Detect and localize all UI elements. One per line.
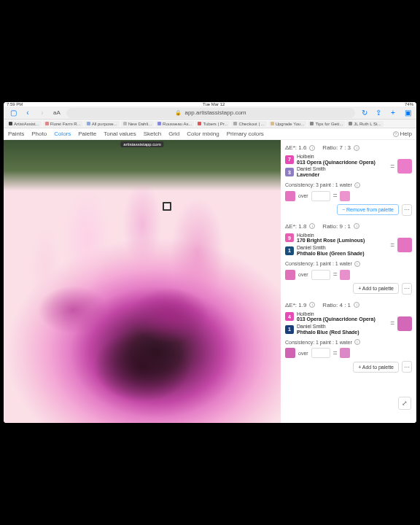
info-icon[interactable]: i — [309, 223, 315, 229]
paint-info: Daniel Smith Phthalo Blue (Green Shade) — [297, 245, 365, 256]
bookmark-label: Tips for Gett... — [315, 122, 343, 126]
layer-preview-row: over = — [285, 270, 412, 280]
equals-sign: = — [333, 192, 338, 200]
color-sample-marker[interactable] — [163, 202, 171, 211]
bookmark-item[interactable]: Upgrade You... — [268, 121, 307, 127]
equals-sign: = — [333, 349, 338, 357]
bookmark-item[interactable]: All purpose... — [85, 121, 120, 127]
bookmark-item[interactable]: Tips for Gett... — [308, 121, 345, 127]
bookmark-item[interactable]: Rousseau As... — [155, 121, 194, 127]
bookmark-item[interactable]: Checkout | ... — [231, 121, 266, 127]
paint-swatch — [285, 191, 295, 201]
photo-panel[interactable]: artistassistapp.com — [4, 140, 281, 423]
sidebar-toggle-icon[interactable]: ▢ — [8, 108, 18, 118]
paint-component: 1 Daniel Smith Phthalo Blue (Green Shade… — [285, 245, 387, 256]
forward-button[interactable]: › — [37, 108, 47, 118]
paint-name: Phthalo Blue (Red Shade) — [297, 330, 359, 335]
reload-button[interactable]: ↻ — [359, 108, 370, 118]
tab-photo[interactable]: Photo — [31, 131, 47, 137]
paint-mix-row: 4 Holbein 013 Opera (Quinacridone Opera)… — [285, 311, 412, 337]
tab-primary-colors[interactable]: Primary colors — [227, 131, 264, 137]
equals-sign: = — [333, 271, 338, 279]
layer-preview-row: over = — [285, 191, 412, 201]
paint-name: Lavender — [297, 172, 326, 178]
tab-paints[interactable]: Paints — [8, 131, 24, 137]
url-bar[interactable]: 🔒 app.artistassistapp.com — [66, 108, 355, 118]
paint-info: Holbein 013 Opera (Quinacridone Opera) — [297, 154, 376, 165]
expand-icon[interactable]: ⤢ — [398, 397, 411, 410]
ratio-chip: 3 — [285, 168, 294, 176]
color-mix-panel: ΔE*: 1.6 i Ratio: 7 : 3 i7 Holbein 013 O… — [281, 140, 416, 423]
paint-component: 3 Daniel Smith Lavender — [285, 166, 387, 177]
paint-component: 1 Daniel Smith Phthalo Blue (Red Shade) — [285, 324, 387, 335]
equals-sign: = — [390, 163, 394, 171]
tab-sketch[interactable]: Sketch — [144, 131, 161, 137]
new-tab-icon[interactable]: + — [389, 109, 397, 117]
bookmark-favicon — [158, 122, 161, 125]
info-icon[interactable]: i — [354, 182, 360, 188]
ratio-label: Ratio: 7 : 3 — [322, 144, 351, 151]
more-options-button[interactable]: ⋯ — [402, 283, 412, 295]
action-row: − Remove from palette⋯ — [285, 204, 412, 216]
bookmark-item[interactable]: ArtistAssist... — [7, 121, 42, 127]
text-size-button[interactable]: aA — [52, 108, 62, 118]
remove-from-palette-button[interactable]: − Remove from palette — [337, 204, 399, 215]
paint-component: 7 Holbein 013 Opera (Quinacridone Opera) — [285, 154, 387, 165]
add-to-palette-button[interactable]: + Add to palette — [353, 283, 399, 294]
consistency-row: Consistency: 1 paint : 1 wateri — [285, 261, 412, 267]
paint-brand: Holbein — [297, 233, 365, 238]
layer-preview-row: over = — [285, 348, 412, 358]
share-icon[interactable]: ⇪ — [374, 109, 383, 117]
info-icon[interactable]: i — [354, 261, 360, 267]
bookmark-favicon — [45, 122, 49, 125]
bookmark-label: All purpose... — [92, 122, 117, 126]
lock-icon: 🔒 — [175, 110, 182, 116]
ratio-label: Ratio: 9 : 1 — [322, 223, 351, 230]
back-button[interactable]: ‹ — [23, 108, 33, 118]
action-row: + Add to palette⋯ — [285, 283, 412, 295]
tab-colors[interactable]: Colors — [54, 131, 71, 137]
bookmark-favicon — [198, 122, 201, 125]
ratio-chip: 4 — [285, 312, 294, 321]
bookmark-label: Rousseau As... — [163, 122, 192, 126]
bookmarks-bar: ArtistAssist...Floret Farm R...All purpo… — [4, 120, 416, 128]
info-icon[interactable]: i — [354, 302, 359, 308]
mix-header: ΔE*: 1.8 i Ratio: 9 : 1 i — [285, 223, 412, 230]
paint-mix-row: 7 Holbein 013 Opera (Quinacridone Opera)… — [285, 154, 412, 179]
tab-tonal-values[interactable]: Tonal values — [104, 131, 136, 137]
bookmark-item[interactable]: New Dahli... — [121, 121, 154, 127]
more-options-button[interactable]: ⋯ — [402, 204, 412, 216]
info-icon[interactable]: i — [354, 145, 359, 151]
help-icon: ? — [393, 131, 399, 137]
tab-grid[interactable]: Grid — [168, 131, 179, 137]
device-frame: 7:59 PM Tue Mar 12 74% ▢ ‹ › aA 🔒 app.ar… — [4, 102, 416, 423]
add-to-palette-button[interactable]: + Add to palette — [353, 362, 399, 373]
bookmark-item[interactable]: Floret Farm R... — [43, 121, 83, 127]
over-label: over — [298, 272, 308, 277]
bookmark-favicon — [233, 122, 237, 125]
color-mix-card: ΔE*: 1.6 i Ratio: 7 : 3 i7 Holbein 013 O… — [285, 144, 412, 216]
bookmark-item[interactable]: Tubers | Pr... — [195, 121, 230, 127]
bookmark-label: Floret Farm R... — [50, 122, 81, 126]
tab-palette[interactable]: Palette — [78, 131, 96, 137]
tabs-icon[interactable]: ▣ — [403, 109, 412, 117]
more-options-button[interactable]: ⋯ — [402, 361, 412, 373]
tab-help[interactable]: ?Help — [393, 131, 412, 137]
over-label: over — [298, 193, 308, 198]
info-icon[interactable]: i — [309, 145, 315, 151]
info-icon[interactable]: i — [354, 223, 359, 229]
bookmark-favicon — [123, 122, 127, 125]
paint-info: Daniel Smith Lavender — [297, 166, 326, 177]
app-content: artistassistapp.com ΔE*: 1.6 i Ratio: 7 … — [4, 140, 416, 423]
bookmark-label: Upgrade You... — [276, 122, 305, 126]
consistency-label: Consistency: 3 paint : 1 water — [285, 182, 352, 187]
photo-image[interactable] — [4, 140, 281, 423]
info-icon[interactable]: i — [309, 302, 315, 308]
info-icon[interactable]: i — [354, 339, 360, 345]
tab-color-mixing[interactable]: Color mixing — [187, 131, 219, 137]
ratio-chip: 7 — [285, 155, 294, 164]
bookmark-item[interactable]: JL Ruth L St... — [346, 121, 384, 127]
paint-brand: Daniel Smith — [297, 245, 365, 251]
ratio-chip: 1 — [285, 325, 294, 334]
ratio-label: Ratio: 4 : 1 — [322, 302, 351, 308]
